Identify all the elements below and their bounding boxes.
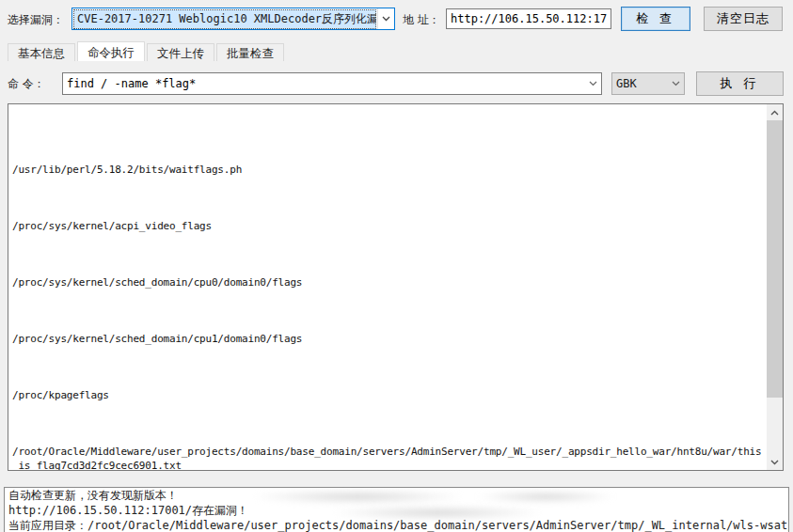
log-line: 自动检查更新，没有发现新版本！ <box>5 488 788 503</box>
execute-button[interactable]: 执 行 <box>696 71 784 96</box>
clear-log-button[interactable]: 清空日志 <box>704 7 783 31</box>
log-line: 当前应用目录：/root/Oracle/Middleware/user_proj… <box>5 518 788 532</box>
check-button[interactable]: 检 查 <box>621 7 690 31</box>
output-line: /proc/sys/kernel/acpi_video_flags <box>12 219 765 233</box>
output-text[interactable]: /usr/lib/perl/5.18.2/bits/waitflags.ph /… <box>8 104 767 470</box>
tab[interactable]: 批量检查 <box>216 43 284 61</box>
output-line: /proc/sys/kernel/sched_domain/cpu1/domai… <box>12 332 765 346</box>
command-combo[interactable] <box>62 72 602 95</box>
output-scrollbar[interactable] <box>767 104 783 470</box>
vuln-select-label: 选择漏洞： <box>8 12 64 28</box>
output-line: /root/Oracle/Middleware/user_projects/do… <box>12 445 765 470</box>
log-panel[interactable]: 自动检查更新，没有发现新版本！ http://106.15.50.112:170… <box>4 487 789 532</box>
command-output-box: /usr/lib/perl/5.18.2/bits/waitflags.ph /… <box>8 103 784 471</box>
scrollbar-thumb[interactable] <box>767 120 783 398</box>
command-row: 命 令： GBK 执 行 <box>0 70 793 96</box>
chevron-down-icon[interactable] <box>584 73 601 94</box>
scroll-down-icon[interactable] <box>767 454 783 470</box>
vuln-selected-value: CVE-2017-10271 Weblogic10 XMLDecoder反序列化… <box>73 9 376 29</box>
output-line: /proc/kpageflags <box>12 388 765 402</box>
address-label: 地 址： <box>403 12 440 28</box>
scroll-up-icon[interactable] <box>767 104 783 120</box>
tab[interactable]: 命令执行 <box>77 41 145 61</box>
app-window: 选择漏洞： CVE-2017-10271 Weblogic10 XMLDecod… <box>0 0 793 532</box>
encoding-select[interactable]: GBK <box>611 72 685 95</box>
output-line: /usr/lib/perl/5.18.2/bits/waitflags.ph <box>12 163 765 177</box>
log-line: http://106.15.50.112:17001/存在漏洞！ <box>5 503 788 518</box>
log-lines: 自动检查更新，没有发现新版本！ http://106.15.50.112:170… <box>5 488 788 532</box>
tab[interactable]: 基本信息 <box>8 43 75 61</box>
tab-strip: 基本信息 命令执行 文件上传 批量检查 <box>8 41 286 61</box>
command-input[interactable] <box>63 73 584 94</box>
chevron-down-icon <box>667 73 684 94</box>
output-line: /proc/sys/kernel/sched_domain/cpu0/domai… <box>12 275 765 289</box>
command-label: 命 令： <box>8 76 45 92</box>
address-input[interactable] <box>446 8 611 29</box>
vuln-select[interactable]: CVE-2017-10271 Weblogic10 XMLDecoder反序列化… <box>71 8 395 30</box>
tab[interactable]: 文件上传 <box>147 43 214 61</box>
encoding-value: GBK <box>612 75 667 92</box>
top-toolbar: 选择漏洞： CVE-2017-10271 Weblogic10 XMLDecod… <box>0 0 793 38</box>
chevron-down-icon[interactable] <box>377 8 394 29</box>
